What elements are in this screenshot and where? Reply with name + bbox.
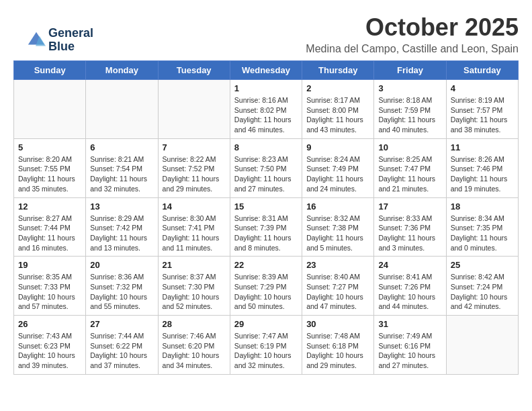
week-row-2: 5Sunrise: 8:20 AMSunset: 7:55 PMDaylight… <box>14 138 519 197</box>
calendar-cell: 15Sunrise: 8:31 AMSunset: 7:39 PMDayligh… <box>230 197 302 257</box>
logo: General Blue <box>27 27 93 54</box>
day-info: Sunrise: 8:27 AMSunset: 7:44 PMDaylight:… <box>18 214 81 253</box>
week-row-3: 12Sunrise: 8:27 AMSunset: 7:44 PMDayligh… <box>14 197 519 257</box>
day-number: 16 <box>306 201 369 212</box>
calendar-cell: 7Sunrise: 8:22 AMSunset: 7:52 PMDaylight… <box>158 138 230 197</box>
calendar-cell: 20Sunrise: 8:36 AMSunset: 7:32 PMDayligh… <box>86 257 158 316</box>
day-number: 3 <box>378 83 441 93</box>
day-info: Sunrise: 8:41 AMSunset: 7:26 PMDaylight:… <box>378 272 441 312</box>
day-info: Sunrise: 7:44 AMSunset: 6:22 PMDaylight:… <box>90 331 153 371</box>
calendar-table: SundayMondayTuesdayWednesdayThursdayFrid… <box>13 60 519 375</box>
calendar-cell <box>14 80 86 139</box>
day-number: 6 <box>90 142 153 152</box>
day-info: Sunrise: 8:22 AMSunset: 7:52 PMDaylight:… <box>163 154 226 194</box>
day-info: Sunrise: 8:33 AMSunset: 7:36 PMDaylight:… <box>378 214 441 253</box>
day-number: 28 <box>163 319 226 329</box>
day-number: 19 <box>18 260 81 270</box>
week-row-5: 26Sunrise: 7:43 AMSunset: 6:23 PMDayligh… <box>14 316 519 375</box>
weekday-header-sunday: Sunday <box>14 61 86 80</box>
calendar-cell: 29Sunrise: 7:47 AMSunset: 6:19 PMDayligh… <box>230 316 302 375</box>
calendar-cell <box>158 80 230 139</box>
day-number: 30 <box>306 319 369 329</box>
weekday-header-monday: Monday <box>86 61 158 80</box>
day-number: 8 <box>234 142 298 152</box>
day-number: 15 <box>234 201 298 212</box>
day-info: Sunrise: 8:20 AMSunset: 7:55 PMDaylight:… <box>18 154 81 194</box>
day-number: 29 <box>234 319 298 329</box>
day-number: 25 <box>451 260 514 270</box>
day-number: 11 <box>451 142 514 152</box>
day-number: 23 <box>306 260 369 270</box>
day-info: Sunrise: 8:25 AMSunset: 7:47 PMDaylight:… <box>378 154 441 194</box>
calendar-cell <box>86 80 158 139</box>
day-info: Sunrise: 8:23 AMSunset: 7:50 PMDaylight:… <box>234 154 298 194</box>
calendar-cell: 31Sunrise: 7:49 AMSunset: 6:16 PMDayligh… <box>374 316 446 375</box>
calendar-cell <box>446 316 518 375</box>
logo-line1: General <box>48 27 93 40</box>
day-info: Sunrise: 8:24 AMSunset: 7:49 PMDaylight:… <box>306 154 369 194</box>
weekday-header-thursday: Thursday <box>302 61 374 80</box>
day-number: 5 <box>18 142 81 152</box>
day-info: Sunrise: 8:16 AMSunset: 8:02 PMDaylight:… <box>234 95 298 135</box>
day-number: 31 <box>378 319 441 329</box>
weekday-header-saturday: Saturday <box>446 61 518 80</box>
day-info: Sunrise: 8:17 AMSunset: 8:00 PMDaylight:… <box>306 95 369 135</box>
day-info: Sunrise: 8:30 AMSunset: 7:41 PMDaylight:… <box>163 214 226 253</box>
day-info: Sunrise: 8:21 AMSunset: 7:54 PMDaylight:… <box>90 154 153 194</box>
calendar-cell: 28Sunrise: 7:46 AMSunset: 6:20 PMDayligh… <box>158 316 230 375</box>
day-number: 26 <box>18 319 81 329</box>
day-info: Sunrise: 8:29 AMSunset: 7:42 PMDaylight:… <box>90 214 153 253</box>
calendar-cell: 3Sunrise: 8:18 AMSunset: 7:59 PMDaylight… <box>374 80 446 139</box>
day-info: Sunrise: 7:49 AMSunset: 6:16 PMDaylight:… <box>378 331 441 371</box>
day-info: Sunrise: 7:46 AMSunset: 6:20 PMDaylight:… <box>163 331 226 371</box>
calendar-cell: 6Sunrise: 8:21 AMSunset: 7:54 PMDaylight… <box>86 138 158 197</box>
day-number: 13 <box>90 201 153 212</box>
day-info: Sunrise: 8:40 AMSunset: 7:27 PMDaylight:… <box>306 272 369 312</box>
calendar-cell: 26Sunrise: 7:43 AMSunset: 6:23 PMDayligh… <box>14 316 86 375</box>
day-number: 17 <box>378 201 441 212</box>
logo-icon <box>27 31 46 50</box>
day-number: 21 <box>163 260 226 270</box>
calendar-cell: 4Sunrise: 8:19 AMSunset: 7:57 PMDaylight… <box>446 80 518 139</box>
calendar-cell: 14Sunrise: 8:30 AMSunset: 7:41 PMDayligh… <box>158 197 230 257</box>
calendar-cell: 2Sunrise: 8:17 AMSunset: 8:00 PMDaylight… <box>302 80 374 139</box>
day-info: Sunrise: 8:32 AMSunset: 7:38 PMDaylight:… <box>306 214 369 253</box>
calendar-cell: 10Sunrise: 8:25 AMSunset: 7:47 PMDayligh… <box>374 138 446 197</box>
calendar-cell: 18Sunrise: 8:34 AMSunset: 7:35 PMDayligh… <box>446 197 518 257</box>
day-info: Sunrise: 8:36 AMSunset: 7:32 PMDaylight:… <box>90 272 153 312</box>
calendar-cell: 27Sunrise: 7:44 AMSunset: 6:22 PMDayligh… <box>86 316 158 375</box>
day-info: Sunrise: 8:42 AMSunset: 7:24 PMDaylight:… <box>451 272 514 312</box>
week-row-1: 1Sunrise: 8:16 AMSunset: 8:02 PMDaylight… <box>14 80 519 139</box>
calendar-cell: 19Sunrise: 8:35 AMSunset: 7:33 PMDayligh… <box>14 257 86 316</box>
day-number: 20 <box>90 260 153 270</box>
calendar-cell: 21Sunrise: 8:37 AMSunset: 7:30 PMDayligh… <box>158 257 230 316</box>
calendar-cell: 23Sunrise: 8:40 AMSunset: 7:27 PMDayligh… <box>302 257 374 316</box>
calendar-cell: 9Sunrise: 8:24 AMSunset: 7:49 PMDaylight… <box>302 138 374 197</box>
day-number: 24 <box>378 260 441 270</box>
calendar-cell: 24Sunrise: 8:41 AMSunset: 7:26 PMDayligh… <box>374 257 446 316</box>
day-info: Sunrise: 8:31 AMSunset: 7:39 PMDaylight:… <box>234 214 298 253</box>
day-number: 4 <box>451 83 514 93</box>
day-number: 1 <box>234 83 298 93</box>
day-info: Sunrise: 8:34 AMSunset: 7:35 PMDaylight:… <box>451 214 514 253</box>
calendar-cell: 5Sunrise: 8:20 AMSunset: 7:55 PMDaylight… <box>14 138 86 197</box>
day-number: 18 <box>451 201 514 212</box>
day-info: Sunrise: 8:19 AMSunset: 7:57 PMDaylight:… <box>451 95 514 135</box>
weekday-header-tuesday: Tuesday <box>158 61 230 80</box>
logo-line2: Blue <box>48 40 93 54</box>
day-info: Sunrise: 8:35 AMSunset: 7:33 PMDaylight:… <box>18 272 81 312</box>
weekday-header-wednesday: Wednesday <box>230 61 302 80</box>
week-row-4: 19Sunrise: 8:35 AMSunset: 7:33 PMDayligh… <box>14 257 519 316</box>
calendar-cell: 17Sunrise: 8:33 AMSunset: 7:36 PMDayligh… <box>374 197 446 257</box>
day-number: 12 <box>18 201 81 212</box>
day-info: Sunrise: 8:37 AMSunset: 7:30 PMDaylight:… <box>163 272 226 312</box>
weekday-header-friday: Friday <box>374 61 446 80</box>
day-info: Sunrise: 7:47 AMSunset: 6:19 PMDaylight:… <box>234 331 298 371</box>
day-number: 2 <box>306 83 369 93</box>
calendar-cell: 16Sunrise: 8:32 AMSunset: 7:38 PMDayligh… <box>302 197 374 257</box>
weekday-header-row: SundayMondayTuesdayWednesdayThursdayFrid… <box>14 61 519 80</box>
day-number: 9 <box>306 142 369 152</box>
day-number: 7 <box>163 142 226 152</box>
day-info: Sunrise: 8:18 AMSunset: 7:59 PMDaylight:… <box>378 95 441 135</box>
day-info: Sunrise: 7:43 AMSunset: 6:23 PMDaylight:… <box>18 331 81 371</box>
